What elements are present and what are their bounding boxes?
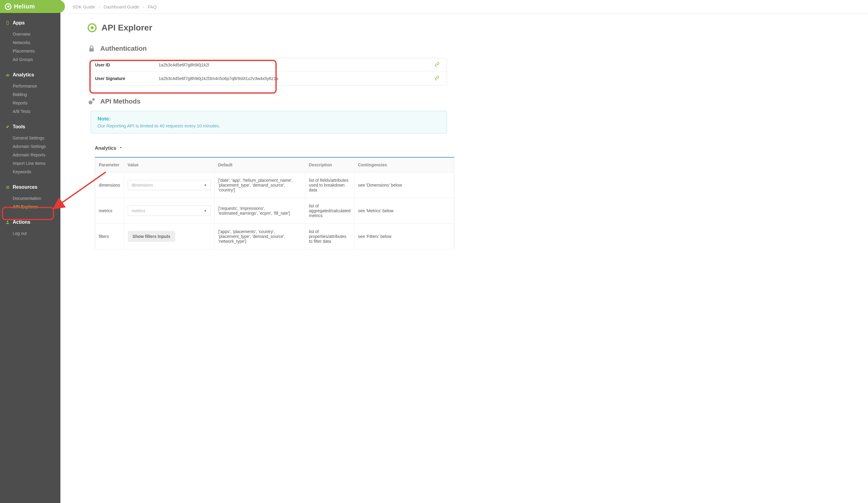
note-box: Note: Our Reporting API is limited to 40… bbox=[91, 111, 447, 134]
sidebar-item-placements[interactable]: Placements bbox=[0, 47, 60, 55]
metrics-dropdown[interactable]: metrics ▼ bbox=[128, 206, 211, 216]
sidebar-item-reports[interactable]: Reports bbox=[0, 99, 60, 107]
show-filters-button[interactable]: Show filters Inputs bbox=[128, 231, 175, 242]
nav-section-label: Apps bbox=[13, 20, 25, 26]
cell-param: dimensions bbox=[95, 172, 124, 198]
svg-rect-11 bbox=[89, 48, 94, 52]
svg-rect-4 bbox=[6, 186, 7, 187]
sidebar-item-log-out[interactable]: Log out bbox=[0, 229, 60, 238]
table-row: metrics metrics ▼ ['requests', 'impressi… bbox=[95, 198, 454, 224]
caret-down-icon: ▼ bbox=[204, 209, 207, 212]
breadcrumb: SDK Guide › Dashboard Guide › FAQ bbox=[60, 0, 868, 14]
svg-rect-5 bbox=[7, 186, 9, 187]
nav-section-apps[interactable]: Apps bbox=[0, 18, 60, 28]
caret-down-icon: ▼ bbox=[204, 184, 207, 187]
nav-section-analytics[interactable]: Analytics bbox=[0, 70, 60, 80]
cell-cont: see 'Dimensions' below bbox=[354, 172, 454, 198]
cell-desc: list of aggregated/calculated metrics bbox=[305, 198, 354, 224]
params-table: Parameter Value Default Description Cont… bbox=[95, 157, 454, 249]
brand-logo[interactable]: Helium bbox=[0, 0, 65, 13]
th-parameter: Parameter bbox=[95, 157, 124, 172]
cell-desc: list of fields/attributes used to breakd… bbox=[305, 172, 354, 198]
svg-rect-0 bbox=[7, 21, 9, 25]
nav-section-label: Tools bbox=[13, 124, 25, 129]
nav-section-label: Resources bbox=[13, 185, 38, 190]
nav-section-label: Analytics bbox=[13, 72, 34, 77]
accordion-label: Analytics bbox=[95, 146, 116, 151]
sidebar-item-general-settings[interactable]: General Settings bbox=[0, 134, 60, 142]
svg-rect-3 bbox=[9, 74, 9, 76]
note-text: Our Reporting API is limited to 40 reque… bbox=[97, 123, 440, 128]
svg-point-12 bbox=[89, 101, 92, 104]
sidebar-item-adomain-settings[interactable]: Adomain Settings bbox=[0, 142, 60, 151]
svg-rect-6 bbox=[6, 187, 7, 188]
cell-desc: list of properties/attributes to filter … bbox=[305, 224, 354, 249]
cell-cont: see 'Metrics' below bbox=[354, 198, 454, 224]
section-authentication: Authentication bbox=[100, 45, 147, 53]
auth-label: User Signature bbox=[95, 76, 158, 81]
cell-default: ['date', 'app', 'helium_placement_name',… bbox=[215, 172, 305, 198]
sidebar-item-networks[interactable]: Networks bbox=[0, 38, 60, 47]
auth-row-user-signature: User Signature 1a2b3c4d5e6f7g8h9i0j1k2l3… bbox=[91, 72, 447, 85]
nav-section-resources[interactable]: Resources bbox=[0, 183, 60, 192]
wrench-icon bbox=[6, 125, 10, 129]
auth-value: 1a2b3c4d5e6f7g8h9i0j1k2l3m4n5o6p7q8r9s0t… bbox=[158, 76, 432, 81]
user-icon bbox=[6, 220, 10, 224]
sidebar-item-performance[interactable]: Performance bbox=[0, 82, 60, 90]
page-title: API Explorer bbox=[102, 23, 152, 33]
target-icon bbox=[87, 23, 97, 32]
accordion-analytics[interactable]: Analytics bbox=[95, 146, 447, 151]
auth-label: User ID bbox=[95, 63, 158, 67]
dropdown-placeholder: metrics bbox=[132, 208, 145, 213]
crumb-faq[interactable]: FAQ bbox=[148, 4, 157, 9]
nav-section-actions[interactable]: Actions bbox=[0, 218, 60, 227]
auth-value: 1a2b3c4d5e6f7g8h9i0j1k2l bbox=[158, 63, 432, 67]
list-icon bbox=[6, 185, 10, 189]
svg-rect-9 bbox=[7, 188, 9, 189]
sidebar-item-api-explorer[interactable]: API Explorer bbox=[0, 202, 60, 211]
cell-param: filters bbox=[95, 224, 124, 249]
copy-link-icon[interactable] bbox=[432, 62, 443, 68]
th-contingencies: Contingencies bbox=[354, 157, 454, 172]
sidebar-item-ad-groups[interactable]: Ad Groups bbox=[0, 55, 60, 64]
crumb-dashboard-guide[interactable]: Dashboard Guide bbox=[104, 4, 139, 9]
sidebar-item-import-line-items[interactable]: Import Line Items bbox=[0, 159, 60, 168]
th-value: Value bbox=[124, 157, 215, 172]
dimensions-dropdown[interactable]: dimensions ▼ bbox=[128, 180, 211, 190]
sidebar: Helium Apps Overview Networks Placements… bbox=[0, 0, 60, 503]
chevron-right-icon: › bbox=[99, 5, 100, 9]
svg-rect-7 bbox=[7, 187, 9, 188]
chevron-right-icon: › bbox=[143, 5, 144, 9]
phone-icon bbox=[6, 21, 10, 25]
cell-default: ['apps', 'placements', 'country', 'place… bbox=[215, 224, 305, 249]
table-row: filters Show filters Inputs ['apps', 'pl… bbox=[95, 224, 454, 249]
nav-section-label: Actions bbox=[13, 220, 31, 225]
sidebar-item-adomain-reports[interactable]: Adomain Reports bbox=[0, 151, 60, 159]
nav-section-tools[interactable]: Tools bbox=[0, 122, 60, 131]
lock-icon bbox=[87, 45, 95, 53]
chevron-down-icon bbox=[119, 146, 123, 151]
sidebar-item-overview[interactable]: Overview bbox=[0, 30, 60, 38]
bar-chart-icon bbox=[6, 73, 10, 77]
th-default: Default bbox=[215, 157, 305, 172]
sidebar-item-documentation[interactable]: Documentation bbox=[0, 194, 60, 202]
copy-link-icon[interactable] bbox=[432, 75, 443, 82]
section-api-methods: API Methods bbox=[100, 97, 141, 105]
auth-table: User ID 1a2b3c4d5e6f7g8h9i0j1k2l User Si… bbox=[91, 58, 447, 85]
sidebar-item-bidding[interactable]: Bidding bbox=[0, 90, 60, 99]
th-description: Description bbox=[305, 157, 354, 172]
svg-point-13 bbox=[92, 98, 95, 101]
svg-rect-1 bbox=[6, 75, 7, 76]
cell-cont: see 'Filters' below bbox=[354, 224, 454, 249]
cell-param: metrics bbox=[95, 198, 124, 224]
brand-icon bbox=[5, 3, 11, 10]
crumb-sdk-guide[interactable]: SDK Guide bbox=[72, 4, 95, 9]
note-title: Note: bbox=[97, 116, 440, 122]
auth-row-user-id: User ID 1a2b3c4d5e6f7g8h9i0j1k2l bbox=[91, 58, 447, 72]
svg-rect-2 bbox=[7, 74, 8, 76]
sidebar-item-keywords[interactable]: Keywords bbox=[0, 168, 60, 176]
dropdown-placeholder: dimensions bbox=[132, 183, 153, 188]
brand-name: Helium bbox=[14, 3, 35, 10]
svg-rect-8 bbox=[6, 188, 7, 189]
sidebar-item-ab-tests[interactable]: A/B Tests bbox=[0, 107, 60, 116]
